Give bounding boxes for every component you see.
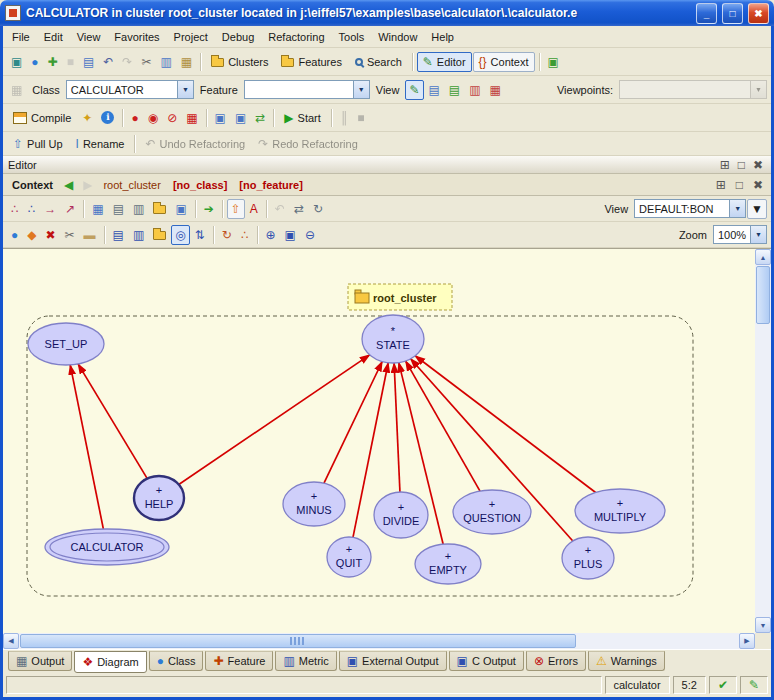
editor-float-button[interactable]: ⊞ xyxy=(717,158,733,172)
horizontal-scroll-track[interactable] xyxy=(577,633,739,649)
cut-icon[interactable]: ✂ xyxy=(137,52,155,72)
horizontal-scroll-thumb[interactable] xyxy=(20,634,576,648)
class-node-multiply[interactable]: +MULTIPLY xyxy=(575,489,665,533)
vertical-scrollbar[interactable]: ▲ ▼ xyxy=(755,249,771,633)
interrupt-icon[interactable]: ⇄ xyxy=(251,108,269,128)
fit-to-window-icon[interactable]: ▣ xyxy=(281,225,300,245)
step-over-icon[interactable]: ▣ xyxy=(231,108,250,128)
info-icon[interactable]: ℹ xyxy=(97,108,118,128)
go-to-target-icon[interactable]: ➔ xyxy=(200,199,218,219)
context-maximize-button[interactable]: □ xyxy=(732,175,747,195)
feature-combo-arrow-icon[interactable]: ▼ xyxy=(353,81,369,98)
scroll-right-button[interactable]: ▶ xyxy=(739,633,755,649)
paste-icon[interactable]: ▦ xyxy=(177,52,196,72)
pull-up-button[interactable]: ⇧Pull Up xyxy=(7,134,69,154)
add-cluster-tool-icon[interactable]: ∴ xyxy=(24,199,40,219)
editor-maximize-button[interactable]: □ xyxy=(735,158,748,172)
zoom-combo[interactable]: 100%▼ xyxy=(713,225,767,244)
scroll-down-button[interactable]: ▼ xyxy=(755,617,771,633)
inheritance-link-help-set_up[interactable] xyxy=(78,364,147,479)
step-into-icon[interactable]: ▣ xyxy=(211,108,230,128)
class-node-quit[interactable]: +QUIT xyxy=(327,537,371,577)
menu-debug[interactable]: Debug xyxy=(215,29,261,45)
add-class-tool-icon[interactable]: ∴ xyxy=(7,199,23,219)
editor-panel-header[interactable]: Editor ⊞□✖ xyxy=(3,156,771,174)
print-diagram-icon[interactable]: ▥ xyxy=(129,199,148,219)
class-node-question[interactable]: +QUESTION xyxy=(453,490,531,534)
compile-button[interactable]: Compile xyxy=(7,108,77,128)
tab-metric[interactable]: ▥Metric xyxy=(275,651,336,671)
editor-button[interactable]: ✎Editor xyxy=(417,52,472,72)
maximize-button[interactable]: □ xyxy=(722,3,743,24)
menu-edit[interactable]: Edit xyxy=(37,29,70,45)
feature-combo[interactable]: ▼ xyxy=(244,80,370,99)
class-node-divide[interactable]: +DIVIDE xyxy=(374,492,428,538)
vertical-scroll-thumb[interactable] xyxy=(756,266,770,324)
zoom-combo-arrow-icon[interactable]: ▼ xyxy=(750,226,766,243)
features-button[interactable]: Features xyxy=(275,52,347,72)
rename-button[interactable]: IRename xyxy=(70,134,131,154)
editor-view-icon[interactable]: ✎ xyxy=(405,80,423,100)
clusters-folder-icon[interactable] xyxy=(149,225,170,245)
sort-layout-icon[interactable]: ⇅ xyxy=(191,225,209,245)
add-item-icon[interactable]: ✚ xyxy=(44,52,62,72)
basic-text-view-icon[interactable]: ▤ xyxy=(425,80,444,100)
menu-refactoring[interactable]: Refactoring xyxy=(261,29,331,45)
console-icon[interactable]: ▤ xyxy=(109,199,128,219)
flat-view-icon[interactable]: ▥ xyxy=(465,80,484,100)
zoom-in-icon[interactable]: ⊕ xyxy=(262,225,280,245)
context-button[interactable]: {}Context xyxy=(473,52,535,72)
undo-icon[interactable]: ↶ xyxy=(99,52,117,72)
breakpoints-icon[interactable]: ● xyxy=(127,108,142,128)
hide-clusters-icon[interactable]: ▥ xyxy=(129,225,148,245)
minimize-button[interactable]: _ xyxy=(696,3,717,24)
crop-tool-icon[interactable]: ✂ xyxy=(61,225,79,245)
tab-feature[interactable]: ✚Feature xyxy=(205,651,273,671)
copy-icon[interactable]: ▥ xyxy=(156,52,175,72)
tab-external-output[interactable]: ▣External Output xyxy=(339,651,447,671)
disable-breakpoints-icon[interactable]: ◉ xyxy=(144,108,162,128)
reload-diagram-icon[interactable]: ↻ xyxy=(309,199,327,219)
menu-window[interactable]: Window xyxy=(371,29,424,45)
remove-breakpoints-icon[interactable]: ⊘ xyxy=(163,108,181,128)
diagram-folder-icon[interactable] xyxy=(149,199,170,219)
diagram-canvas[interactable]: SET_UP*STATE+HELPCALCULATOR+MINUS+QUIT+D… xyxy=(3,249,755,633)
editor-close-button[interactable]: ✖ xyxy=(750,158,766,172)
diagram-view-combo[interactable]: DEFAULT:BON▼ xyxy=(634,199,746,218)
link-view-icon[interactable]: ⇄ xyxy=(290,199,308,219)
export-diagram-icon[interactable]: ▦ xyxy=(88,199,107,219)
contract-view-icon[interactable]: ▦ xyxy=(486,80,505,100)
ignore-breakpoints-icon[interactable]: ▦ xyxy=(182,108,201,128)
tab-class[interactable]: ●Class xyxy=(149,651,204,671)
eraser-tool-icon[interactable]: ▬ xyxy=(80,225,100,245)
menu-help[interactable]: Help xyxy=(424,29,461,45)
menu-file[interactable]: File xyxy=(5,29,37,45)
class-combo[interactable]: CALCULATOR▼ xyxy=(66,80,194,99)
windows-view-icon[interactable]: ▣ xyxy=(171,199,190,219)
zoom-out-icon[interactable]: ⊖ xyxy=(301,225,319,245)
inheritance-link-question-state[interactable] xyxy=(406,361,480,491)
statistics-icon[interactable]: ∴ xyxy=(237,225,253,245)
external-commands-icon[interactable]: ▣ xyxy=(544,52,563,72)
bon-diagram[interactable]: SET_UP*STATE+HELPCALCULATOR+MINUS+QUIT+D… xyxy=(3,249,755,633)
clusters-button[interactable]: Clusters xyxy=(205,52,274,72)
menu-view[interactable]: View xyxy=(70,29,108,45)
class-node-minus[interactable]: +MINUS xyxy=(283,482,345,526)
open-project-icon[interactable]: ● xyxy=(27,52,42,72)
center-on-class-icon[interactable]: ◎ xyxy=(171,225,189,245)
menu-project[interactable]: Project xyxy=(167,29,215,45)
highlight-tool-icon[interactable]: ◆ xyxy=(23,225,40,245)
inheritance-link-calculator-set_up[interactable] xyxy=(70,365,103,529)
save-all-icon[interactable]: ▤ xyxy=(79,52,98,72)
start-button[interactable]: ▶Start xyxy=(278,108,326,128)
class-node-help[interactable]: +HELP xyxy=(134,476,184,520)
delete-item-icon[interactable]: ✖ xyxy=(41,225,59,245)
close-button[interactable]: ✖ xyxy=(748,3,769,24)
tab-c-output[interactable]: ▣C Output xyxy=(449,651,524,671)
class-node-set_up[interactable]: SET_UP xyxy=(28,323,104,365)
new-window-icon[interactable]: ▣ xyxy=(7,52,26,72)
class-node-state[interactable]: *STATE xyxy=(362,315,424,363)
context-close-button[interactable]: ✖ xyxy=(749,175,767,195)
view-menu-button[interactable]: ▼ xyxy=(747,199,767,219)
client-link-tool-icon[interactable]: → xyxy=(40,199,60,219)
